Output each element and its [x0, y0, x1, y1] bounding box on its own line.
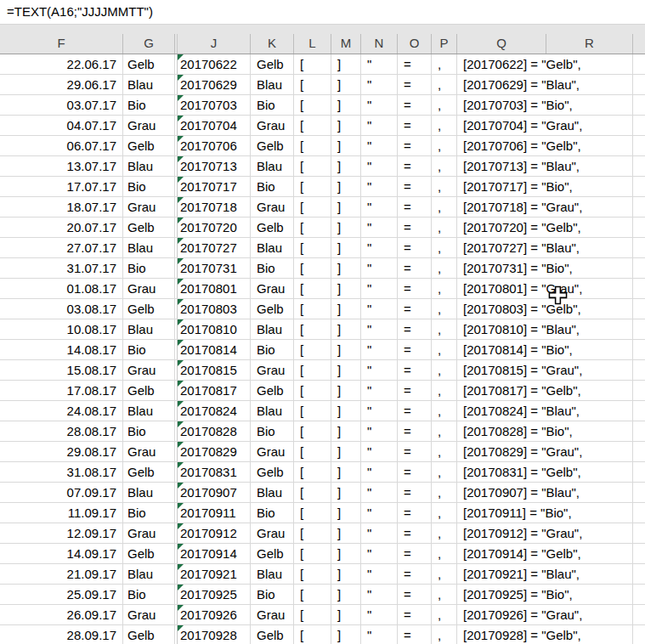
cell-K[interactable]: Gelb — [251, 544, 294, 563]
cell-M[interactable]: ] — [331, 177, 361, 196]
cell-partial[interactable] — [633, 54, 645, 74]
cell-N[interactable]: " — [361, 381, 398, 400]
cell-M[interactable]: ] — [331, 238, 361, 257]
cell-Q[interactable]: [20170829] = "Grau", — [457, 442, 633, 461]
cell-P[interactable]: , — [432, 483, 457, 502]
cell-P[interactable]: , — [432, 503, 457, 523]
cell-K[interactable]: Grau — [251, 360, 294, 380]
cell-P[interactable]: , — [432, 95, 457, 115]
column-header-M[interactable]: M — [331, 34, 361, 54]
cell-O[interactable]: = — [398, 156, 432, 176]
cell-partial[interactable] — [633, 483, 645, 502]
cell-F[interactable]: 28.09.17 — [0, 625, 123, 644]
cell-L[interactable]: [ — [294, 340, 331, 359]
cell-Q[interactable]: [20170629] = "Blau", — [457, 75, 633, 94]
cell-Q[interactable]: [20170817] = "Gelb", — [457, 381, 633, 400]
cell-O[interactable]: = — [398, 136, 432, 155]
cell-L[interactable]: [ — [294, 54, 331, 74]
cell-Q[interactable]: [20170914] = "Gelb", — [457, 544, 633, 563]
cell-K[interactable]: Gelb — [251, 625, 294, 644]
cell-L[interactable]: [ — [294, 258, 331, 278]
cell-M[interactable]: ] — [331, 442, 361, 461]
cell-Q[interactable]: [20170921] = "Blau", — [457, 564, 633, 584]
cell-F[interactable]: 29.08.17 — [0, 442, 123, 461]
cell-O[interactable]: = — [398, 279, 432, 298]
cell-J[interactable]: 20170831 — [178, 462, 251, 482]
cell-P[interactable]: , — [432, 421, 457, 441]
cell-P[interactable]: , — [432, 299, 457, 319]
cell-G[interactable]: Gelb — [123, 54, 175, 74]
cell-K[interactable]: Bio — [251, 340, 294, 359]
cell-M[interactable]: ] — [331, 217, 361, 237]
cell-G[interactable]: Bio — [123, 421, 175, 441]
cell-K[interactable]: Grau — [251, 442, 294, 461]
cell-G[interactable]: Gelb — [123, 299, 175, 319]
cell-M[interactable]: ] — [331, 483, 361, 502]
cell-F[interactable]: 01.08.17 — [0, 279, 123, 298]
cell-L[interactable]: [ — [294, 156, 331, 176]
cell-Q[interactable]: [20170717] = "Bio", — [457, 177, 633, 196]
column-header-R[interactable]: R — [546, 34, 633, 54]
cell-M[interactable]: ] — [331, 503, 361, 523]
cell-partial[interactable] — [633, 75, 645, 94]
cell-M[interactable]: ] — [331, 381, 361, 400]
cell-G[interactable]: Grau — [123, 197, 175, 217]
cell-partial[interactable] — [633, 340, 645, 359]
cell-O[interactable]: = — [398, 483, 432, 502]
column-header-K[interactable]: K — [251, 34, 294, 54]
cell-P[interactable]: , — [432, 360, 457, 380]
cell-F[interactable]: 21.09.17 — [0, 564, 123, 584]
cell-M[interactable]: ] — [331, 544, 361, 563]
cell-J[interactable]: 20170720 — [178, 217, 251, 237]
cell-F[interactable]: 27.07.17 — [0, 238, 123, 257]
cell-J[interactable]: 20170814 — [178, 340, 251, 359]
cell-P[interactable]: , — [432, 258, 457, 278]
cell-N[interactable]: " — [361, 523, 398, 543]
cell-L[interactable]: [ — [294, 503, 331, 523]
column-header-G[interactable]: G — [123, 34, 175, 54]
cell-G[interactable]: Blau — [123, 401, 175, 421]
cell-partial[interactable] — [633, 442, 645, 461]
cell-P[interactable]: , — [432, 381, 457, 400]
cell-Q[interactable]: [20170911] = "Bio", — [457, 503, 633, 523]
cell-K[interactable]: Blau — [251, 483, 294, 502]
cell-N[interactable]: " — [361, 156, 398, 176]
cell-N[interactable]: " — [361, 95, 398, 115]
cell-L[interactable]: [ — [294, 605, 331, 624]
cell-J[interactable]: 20170815 — [178, 360, 251, 380]
cell-G[interactable]: Gelb — [123, 136, 175, 155]
cell-partial[interactable] — [633, 625, 645, 644]
cell-J[interactable]: 20170912 — [178, 523, 251, 543]
cell-O[interactable]: = — [398, 442, 432, 461]
cell-Q[interactable]: [20170720] = "Gelb", — [457, 217, 633, 237]
cell-M[interactable]: ] — [331, 299, 361, 319]
cell-G[interactable]: Grau — [123, 360, 175, 380]
cell-P[interactable]: , — [432, 523, 457, 543]
cell-Q[interactable]: [20170704] = "Grau", — [457, 116, 633, 135]
cell-M[interactable]: ] — [331, 523, 361, 543]
cell-L[interactable]: [ — [294, 421, 331, 441]
cell-L[interactable]: [ — [294, 238, 331, 257]
cell-P[interactable]: , — [432, 605, 457, 624]
cell-L[interactable]: [ — [294, 544, 331, 563]
cell-partial[interactable] — [633, 177, 645, 196]
cell-F[interactable]: 18.07.17 — [0, 197, 123, 217]
cell-J[interactable]: 20170921 — [178, 564, 251, 584]
cell-O[interactable]: = — [398, 360, 432, 380]
cell-F[interactable]: 28.08.17 — [0, 421, 123, 441]
cell-G[interactable]: Blau — [123, 564, 175, 584]
cell-L[interactable]: [ — [294, 442, 331, 461]
cell-K[interactable]: Bio — [251, 95, 294, 115]
cell-Q[interactable]: [20170828] = "Bio", — [457, 421, 633, 441]
cell-F[interactable]: 17.07.17 — [0, 177, 123, 196]
cell-L[interactable]: [ — [294, 197, 331, 217]
cell-Q[interactable]: [20170727] = "Blau", — [457, 238, 633, 257]
cell-O[interactable]: = — [398, 177, 432, 196]
cell-N[interactable]: " — [361, 238, 398, 257]
cell-G[interactable]: Grau — [123, 605, 175, 624]
cell-P[interactable]: , — [432, 116, 457, 135]
cell-M[interactable]: ] — [331, 360, 361, 380]
cell-F[interactable]: 14.09.17 — [0, 544, 123, 563]
column-header-O[interactable]: O — [398, 34, 432, 54]
cell-O[interactable]: = — [398, 381, 432, 400]
